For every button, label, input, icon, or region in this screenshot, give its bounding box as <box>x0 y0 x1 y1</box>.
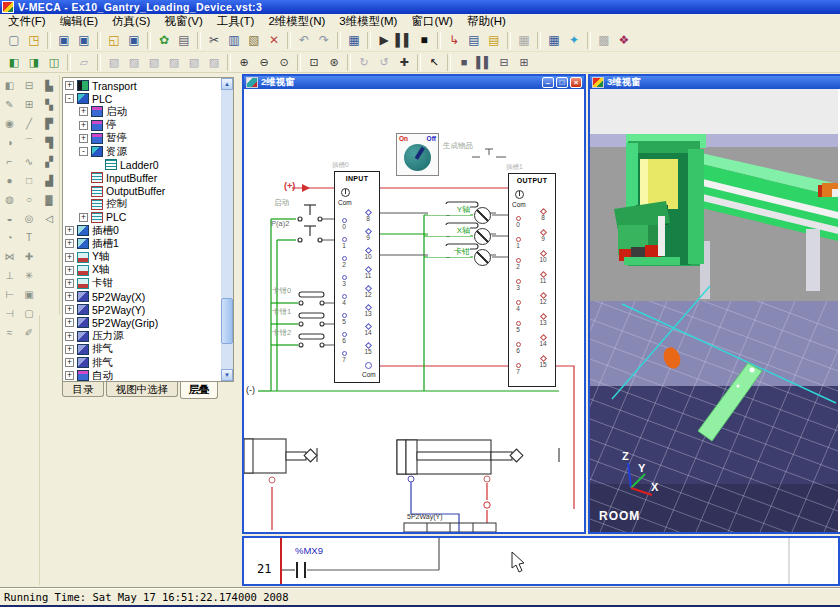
orbit-view-icon[interactable]: ↺ <box>374 53 394 72</box>
restore-button[interactable]: □ <box>556 77 568 88</box>
layout-dual-view-icon[interactable]: ◨ <box>24 53 44 72</box>
pen-tool-icon[interactable]: ✐ <box>21 324 37 341</box>
undo-icon[interactable]: ↶ <box>294 31 314 50</box>
tree-item[interactable]: +启动 <box>65 105 220 118</box>
menu-2d-model[interactable]: 2维模型(N) <box>268 14 325 29</box>
line-tool-icon[interactable]: ╱ <box>21 115 37 132</box>
tree-toggle-icon[interactable]: + <box>65 371 74 380</box>
tree-toggle-icon[interactable]: + <box>79 121 88 130</box>
stamp-icon[interactable]: ▩ <box>594 31 614 50</box>
menu-simulation[interactable]: 仿真(S) <box>112 14 150 29</box>
zoom-out-icon[interactable]: ⊖ <box>254 53 274 72</box>
tree-toggle-icon[interactable]: + <box>79 213 88 222</box>
menu-file[interactable]: 文件(F) <box>8 14 46 29</box>
text-tool-icon[interactable]: T <box>21 229 37 246</box>
tree-toggle-icon[interactable]: + <box>65 332 74 341</box>
2d-window-title-bar[interactable]: 2维视窗 –□× <box>244 76 584 89</box>
zoom-in-icon[interactable]: ⊕ <box>234 53 254 72</box>
menu-help[interactable]: 帮助(H) <box>467 14 506 29</box>
save-all-icon[interactable]: ▣ <box>74 31 94 50</box>
layout-quad-view-icon[interactable]: ◫ <box>44 53 64 72</box>
eye-tool-icon[interactable]: ◎ <box>21 210 37 227</box>
select-cursor-icon[interactable]: ↖ <box>424 53 444 72</box>
copy-icon[interactable]: ▥ <box>224 31 244 50</box>
gripper-component-icon[interactable]: ▚ <box>41 96 57 113</box>
title-bar[interactable]: V-MECA - Ex10_Gantry_Loading_Device.vst:… <box>0 0 840 14</box>
view-left-icon[interactable]: ▧ <box>144 53 164 72</box>
tree-item[interactable]: +停 <box>65 119 220 132</box>
tree-scrollbar[interactable]: ▲ ▼ <box>221 78 233 381</box>
spray-tool-icon[interactable]: ◔ <box>2 229 18 246</box>
tree-toggle-icon[interactable]: + <box>65 226 74 235</box>
zoom-window-icon[interactable]: ⊡ <box>304 53 324 72</box>
tree-toggle-icon[interactable]: + <box>65 358 74 367</box>
zoom-fit-icon[interactable]: ⊙ <box>274 53 294 72</box>
tree-toggle-icon[interactable]: + <box>65 81 74 90</box>
tree-item[interactable]: +Y轴 <box>65 250 220 263</box>
split-vertical-icon[interactable]: ⊞ <box>21 96 37 113</box>
tree-toggle-icon[interactable]: + <box>65 279 74 288</box>
rect-tool-icon[interactable]: □ <box>21 172 37 189</box>
menu-3d-model[interactable]: 3维模型(M) <box>339 14 397 29</box>
report-icon[interactable]: ▦ <box>344 31 364 50</box>
scrollbar-thumb[interactable] <box>221 298 233 344</box>
angle-tool-icon[interactable]: ⌐ <box>2 153 18 170</box>
view-iso-icon[interactable]: ▨ <box>204 53 224 72</box>
view-right-icon[interactable]: ▨ <box>164 53 184 72</box>
tree-item[interactable]: +PLC <box>65 211 220 224</box>
cut-icon[interactable]: ✂ <box>204 31 224 50</box>
pan-view-icon[interactable]: ✚ <box>394 53 414 72</box>
scroll-up-icon[interactable]: ▲ <box>221 78 233 90</box>
input-card[interactable]: INPUT Com Com 0123456789101112131415 <box>334 171 380 383</box>
tree-item[interactable]: +自动 <box>65 369 220 382</box>
power-knob-switch[interactable]: On Off <box>396 133 439 176</box>
menu-window[interactable]: 窗口(W) <box>411 14 453 29</box>
tree-toggle-icon[interactable]: - <box>65 94 74 103</box>
tree-item[interactable]: -PLC <box>65 92 220 105</box>
tree-toggle-icon[interactable]: + <box>65 239 74 248</box>
view-back-icon[interactable]: ▨ <box>124 53 144 72</box>
tab-catalog[interactable]: 目录 <box>62 382 104 397</box>
save-icon[interactable]: ▣ <box>54 31 74 50</box>
tree-item[interactable]: +插槽1 <box>65 237 220 250</box>
tab-cascade[interactable]: 层叠 <box>180 382 218 399</box>
tree-item[interactable]: +5P2Way(X) <box>65 290 220 303</box>
cylinder-component-icon[interactable]: ▟ <box>41 172 57 189</box>
report-doc-icon[interactable]: ▤ <box>464 31 484 50</box>
3d-window-title-bar[interactable]: 3维视窗 <box>590 76 840 89</box>
tree-toggle-icon[interactable]: + <box>79 134 88 143</box>
tree-item[interactable]: +插槽0 <box>65 224 220 237</box>
spring-tool-icon[interactable]: ≈ <box>2 324 18 341</box>
tree-item[interactable]: 控制 <box>65 198 220 211</box>
window-tile-horizontal-icon[interactable]: ⊟ <box>494 53 514 72</box>
slider-joint-tool-icon[interactable]: ⊣ <box>2 305 18 322</box>
wire-connect-icon[interactable]: ↳ <box>444 31 464 50</box>
relay-coil-gripper[interactable] <box>474 249 491 266</box>
tree-item[interactable]: +排气 <box>65 343 220 356</box>
view-preset-icon[interactable]: ▱ <box>74 53 94 72</box>
grid-panel-icon[interactable]: ▦ <box>544 31 564 50</box>
hint-bulb-icon[interactable]: ✦ <box>564 31 584 50</box>
ladder-diagram-panel[interactable]: 21 %MX9 <box>242 536 840 586</box>
run-icon[interactable]: ▶ <box>374 31 394 50</box>
press-component-icon[interactable]: ▙ <box>41 77 57 94</box>
pin-tool-icon[interactable]: ⊥ <box>2 267 18 284</box>
open-project-icon[interactable]: ◱ <box>104 31 124 50</box>
new-file-icon[interactable]: ▢ <box>4 31 24 50</box>
tree-item[interactable]: +压力源 <box>65 330 220 343</box>
3d-canvas[interactable]: Z Y X ROOM <box>590 89 838 532</box>
feeder-component-icon[interactable]: ▞ <box>41 153 57 170</box>
group-tool-icon[interactable]: ▣ <box>21 286 37 303</box>
tree-item[interactable]: +X轴 <box>65 264 220 277</box>
view-front-icon[interactable]: ▧ <box>104 53 124 72</box>
print-icon[interactable]: ▤ <box>174 31 194 50</box>
tab-select-in-view[interactable]: 视图中选择 <box>106 382 178 397</box>
tree-toggle-icon[interactable]: + <box>65 305 74 314</box>
contrast-tool-icon[interactable]: ◑ <box>2 134 18 151</box>
tree-item[interactable]: +卡钳 <box>65 277 220 290</box>
tree-item[interactable]: Ladder0 <box>65 158 220 171</box>
mesh-tool-icon[interactable]: ◒ <box>2 210 18 227</box>
save-project-icon[interactable]: ▣ <box>124 31 144 50</box>
paste-icon[interactable]: ▧ <box>244 31 264 50</box>
tree-toggle-icon[interactable]: - <box>79 147 88 156</box>
